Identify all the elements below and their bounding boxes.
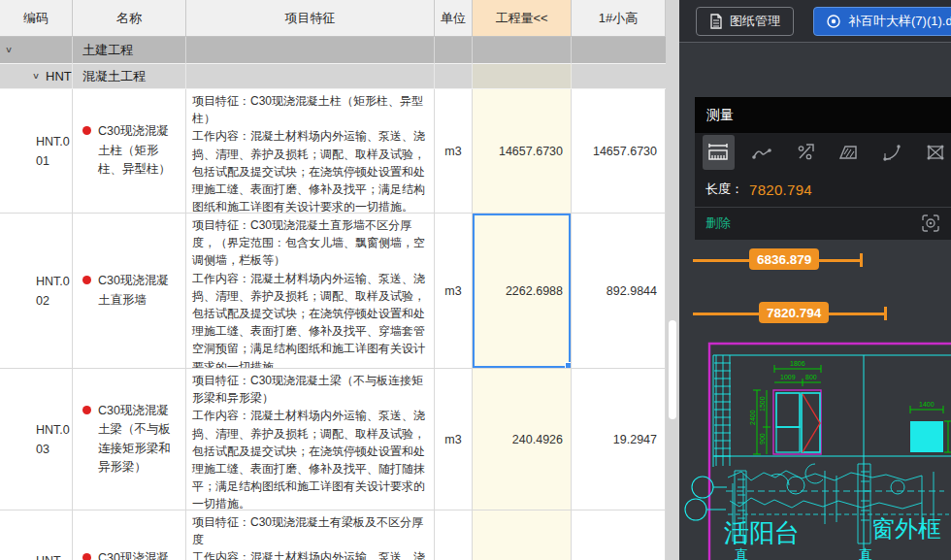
cad-text-zhi: 直 <box>735 546 748 560</box>
tool-cross-region[interactable] <box>919 135 951 170</box>
group-code: HNT <box>46 69 72 83</box>
length-label: 长度： <box>705 181 743 198</box>
header-code[interactable]: 编码 <box>0 0 73 37</box>
percent-icon <box>795 142 816 163</box>
table-row: HNT. C30现浇混凝土有梁板 项目特征：C30现浇混凝土有梁板及不区分厚度 … <box>0 511 666 560</box>
cell-name[interactable]: C30现浇混凝土有梁板 <box>73 511 186 560</box>
cad-dim-w1: 1009 <box>780 374 796 380</box>
table-row: HNT.002 C30现浇混凝土直形墙 项目特征：C30现浇混凝土直形墙不区分厚… <box>0 214 666 369</box>
vertical-scrollbar[interactable] <box>666 0 679 560</box>
boq-grid: 编码 名称 项目特征 单位 工程量<< 1#小高 ∨ 土建工程 ∨HNT 混凝土… <box>0 0 666 560</box>
cad-dim-w-total: 1806 <box>790 360 805 367</box>
dimension-tick <box>860 253 863 267</box>
cell-quantity[interactable] <box>473 511 572 560</box>
dimension-label: 7820.794 <box>759 302 829 323</box>
cell-features[interactable]: 项目特征：C30现浇混凝土直形墙不区分厚度，（界定范围：包含女儿墙、飘窗侧墙，空… <box>186 214 435 369</box>
length-value: 7820.794 <box>749 181 812 198</box>
cell-unit[interactable]: m3 <box>435 214 473 369</box>
cell-high1[interactable] <box>572 511 666 560</box>
cad-drawing: 1806 1009 800 2400 1500 900 1400 <box>679 340 951 560</box>
header-name[interactable]: 名称 <box>73 0 186 37</box>
cell-code[interactable]: HNT.002 <box>0 214 73 369</box>
red-dot-icon <box>82 276 91 284</box>
table-header-row: 编码 名称 项目特征 单位 工程量<< 1#小高 <box>0 0 666 37</box>
tool-ruler[interactable] <box>703 135 735 170</box>
cell-name[interactable]: C30现浇混凝土柱（矩形柱、异型柱） <box>73 89 186 214</box>
cad-dim-h-total: 2400 <box>749 410 756 425</box>
measure-panel: 测量 <box>695 97 951 240</box>
ruler-icon <box>707 142 729 163</box>
cell-high1[interactable]: 19.2947 <box>572 369 666 511</box>
measure-tools <box>695 133 951 172</box>
cell-quantity[interactable]: 14657.6730 <box>473 89 572 214</box>
cell-unit[interactable]: m3 <box>435 369 473 511</box>
cad-canvas[interactable]: 测量 <box>679 44 951 560</box>
header-high1[interactable]: 1#小高 <box>572 0 666 37</box>
app-window: 编码 名称 项目特征 单位 工程量<< 1#小高 ∨ 土建工程 ∨HNT 混凝土… <box>0 0 951 560</box>
red-dot-icon <box>82 553 91 560</box>
cell-high1[interactable]: 14657.6730 <box>572 89 666 214</box>
cell-quantity-selected[interactable]: 2262.6988 <box>473 214 572 369</box>
cell-name[interactable]: C30现浇混凝土梁（不与板连接矩形梁和异形梁） <box>73 369 186 511</box>
boq-table: 编码 名称 项目特征 单位 工程量<< 1#小高 ∨ 土建工程 ∨HNT 混凝土… <box>0 0 679 560</box>
arc-icon <box>881 142 902 163</box>
header-quantity[interactable]: 工程量<< <box>473 0 572 37</box>
length-readout: 长度： 7820.794 <box>695 172 951 207</box>
group-label: 土建工程 <box>73 37 186 64</box>
cell-unit[interactable]: m3 <box>435 89 473 214</box>
cell-features[interactable]: 项目特征：C30现浇混凝土柱（矩形柱、异型柱） 工作内容：混凝土材料场内外运输、… <box>186 89 435 214</box>
cell-code[interactable]: HNT.001 <box>0 89 73 214</box>
group-row-civil[interactable]: ∨ 土建工程 <box>0 37 666 64</box>
tool-hatch-area[interactable] <box>833 135 865 170</box>
selection-handle[interactable] <box>565 362 572 369</box>
cross-region-icon <box>925 142 946 163</box>
delete-link[interactable]: 删除 <box>705 214 731 232</box>
cell-quantity[interactable]: 240.4926 <box>473 369 572 511</box>
cell-name[interactable]: C30现浇混凝土直形墙 <box>73 214 186 369</box>
chevron-down-icon[interactable]: ∨ <box>32 72 40 81</box>
cell-features[interactable]: 项目特征：C30现浇混凝土梁（不与板连接矩形梁和异形梁） 工作内容：混凝土材料场… <box>186 369 435 511</box>
eye-icon <box>826 14 841 29</box>
table-row: HNT.003 C30现浇混凝土梁（不与板连接矩形梁和异形梁） 项目特征：C30… <box>0 369 666 511</box>
cell-features[interactable]: 项目特征：C30现浇混凝土有梁板及不区分厚度 工作内容：混凝土材料场内外运输、泵… <box>186 511 435 560</box>
drawing-manager-button[interactable]: 图纸管理 <box>696 7 794 36</box>
cad-text-window-frame: 窗外框 <box>871 515 941 542</box>
cad-dim-h2: 900 <box>759 433 766 445</box>
chevron-down-icon[interactable]: ∨ <box>5 46 13 54</box>
cad-text-balcony: 活阳台 <box>724 518 800 547</box>
scrollbar-thumb[interactable] <box>669 320 676 419</box>
tool-arc-area[interactable] <box>876 135 908 170</box>
table-row: HNT.001 C30现浇混凝土柱（矩形柱、异型柱） 项目特征：C30现浇混凝土… <box>0 89 666 214</box>
dimension-label: 6836.879 <box>749 248 819 270</box>
tool-percent-area[interactable] <box>789 135 821 170</box>
dimension-tick <box>884 307 887 320</box>
group-label: 混凝土工程 <box>73 64 186 89</box>
cell-high1[interactable]: 892.9844 <box>572 214 666 369</box>
cell-code[interactable]: HNT. <box>0 511 73 560</box>
group-row-concrete[interactable]: ∨HNT 混凝土工程 <box>0 64 666 89</box>
hatch-area-icon <box>837 142 859 163</box>
cad-dim-right-w: 1400 <box>919 401 935 408</box>
red-dot-icon <box>82 406 91 414</box>
cell-unit[interactable] <box>435 511 473 560</box>
tool-polyline[interactable] <box>746 135 778 170</box>
cad-dim-h1: 1500 <box>759 396 766 412</box>
polyline-icon <box>751 142 772 163</box>
red-dot-icon <box>82 126 91 135</box>
viewer-topbar: 图纸管理 补百叶大样(7)(1).dw <box>679 0 951 43</box>
header-features[interactable]: 项目特征 <box>186 0 435 37</box>
document-icon <box>709 14 723 29</box>
header-unit[interactable]: 单位 <box>435 0 473 37</box>
cad-viewer-panel: 图纸管理 补百叶大样(7)(1).dw 测量 <box>679 0 951 560</box>
cad-text-zhi: 直 <box>859 546 872 560</box>
locate-icon[interactable] <box>920 213 941 234</box>
cell-code[interactable]: HNT.003 <box>0 369 73 511</box>
measure-panel-title: 测量 <box>695 97 951 133</box>
cad-dim-w2: 800 <box>805 374 817 380</box>
active-drawing-tab[interactable]: 补百叶大样(7)(1).dw <box>813 7 951 36</box>
